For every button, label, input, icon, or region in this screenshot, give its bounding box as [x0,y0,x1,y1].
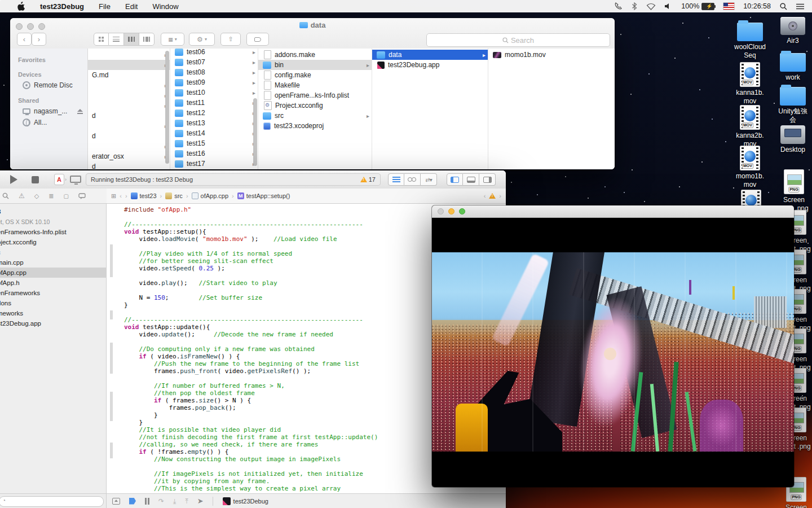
bluetooth-icon[interactable] [632,2,637,10]
zoom-button[interactable] [459,208,465,214]
editor-mode-switcher[interactable]: ⇄▾ [388,173,437,186]
desktop-icon-kanna2b.[interactable]: MOVkanna2b.mov [726,105,774,148]
column-view-button[interactable] [124,33,139,46]
version-editor-button[interactable]: ⇄▾ [421,173,437,186]
finder-item[interactable]: openFrame...ks-Info.plist [258,90,372,100]
finder-column-data[interactable]: momo1b.mov [488,49,615,169]
issue-navigator-icon[interactable]: ⚠ [19,192,25,200]
debug-area-toggle-button[interactable] [463,173,479,186]
finder-item[interactable]: test07▸ [170,57,258,67]
next-issue-icon[interactable]: › [499,192,501,199]
history-back-icon[interactable]: ‹ [120,192,122,199]
navigator-row[interactable]: c [0,247,106,257]
eject-icon[interactable] [77,109,83,114]
video-traffic-lights[interactable] [438,208,465,214]
breakpoint-navigator-icon[interactable]: ▢ [63,193,68,199]
navigator-row[interactable]: ofApp.h [0,278,106,288]
spotlight-icon[interactable] [780,3,787,10]
navigator-row[interactable]: ofApp.cpp [0,268,106,278]
finder-item[interactable]: addons.make [258,50,372,60]
debug-process[interactable]: test23Debug [222,497,268,505]
icon-view-button[interactable] [94,33,109,46]
finder-column-parent[interactable]: ▸▸G.md▸▸▸d▸d▸erator_osx▸d [87,49,170,169]
finder-item[interactable]: test08▸ [170,67,258,77]
finder-item[interactable]: ▸ [87,121,170,131]
sidebar-item-nagasm[interactable]: nagasm_... [23,107,87,115]
scrollbar[interactable] [165,51,169,164]
project-navigator[interactable]: 3et, OS X SDK 10.10enFrameworks-Info.pli… [0,204,107,493]
finder-item[interactable]: test11▸ [170,98,258,108]
navigator-toggle-button[interactable] [447,173,463,186]
tag-button[interactable] [246,33,269,46]
navigator-row[interactable]: st23Debug.app [0,318,106,329]
test-navigator-icon[interactable]: ◇ [34,192,39,200]
finder-item[interactable]: d [87,111,170,121]
coverflow-view-button[interactable] [139,33,155,46]
finder-item[interactable]: ▸ [87,60,170,70]
step-into-icon[interactable]: ⤓ [173,497,176,505]
finder-item[interactable]: momo1b.mov [488,50,615,60]
scheme-app-icon[interactable]: A [54,174,64,185]
finder-item[interactable]: test12▸ [170,108,258,118]
view-switcher[interactable] [94,33,155,46]
finder-item[interactable]: test09▸ [170,77,258,87]
video-window-titlebar[interactable] [432,205,794,218]
run-destination-icon[interactable] [70,176,81,183]
navigator-row[interactable]: dons [0,298,106,308]
breakpoints-toggle-icon[interactable] [129,498,136,505]
assistant-editor-button[interactable] [404,173,421,186]
arrange-menu-button[interactable]: ▦▾ [161,33,184,46]
hide-debug-area-icon[interactable] [112,498,120,505]
finder-item[interactable]: ▸ [87,90,170,100]
location-icon[interactable]: ➤ [197,497,204,505]
breadcrumb-item[interactable]: MtestApp::setup() [237,192,290,199]
utilities-toggle-button[interactable] [479,173,496,186]
finder-item[interactable]: ▸ [87,141,170,151]
navigator-row[interactable]: enFrameworks [0,288,106,298]
navigator-row[interactable]: 3 [0,207,106,217]
action-menu-button[interactable]: ⚙▾ [189,33,215,46]
desktop-icon-Desktop[interactable]: Desktop [769,125,812,154]
code-text[interactable]: #include "ofApp.h" //-------------------… [124,206,378,492]
previous-issue-icon[interactable]: ‹ [484,192,486,199]
finder-item[interactable]: ▸ [87,100,170,111]
view-toggle-switcher[interactable] [447,173,496,186]
finder-item[interactable]: d [87,131,170,141]
report-navigator-icon[interactable] [78,193,86,199]
finder-item[interactable]: test13▸ [170,118,258,128]
debug-navigator-icon[interactable]: ≣ [48,192,54,200]
phone-icon[interactable] [614,2,623,10]
warning-icon[interactable] [489,193,496,199]
finder-item[interactable]: src▸ [258,111,372,121]
finder-item[interactable]: data▸ [372,50,488,60]
desktop-icon-Air3[interactable]: Air3 [769,17,812,45]
finder-column-bin[interactable]: data▸test23Debug.app [372,49,488,169]
run-button[interactable] [10,175,17,184]
finder-item[interactable]: test16▸ [170,148,258,159]
finder-titlebar[interactable]: data ‹ › ▦▾ ⚙▾ ⇧ Search [10,18,615,49]
desktop-icon-Unity勉強[interactable]: Unity勉強会 [769,87,812,124]
menu-bar-clock[interactable]: 10:26:58 [743,2,771,10]
history-forward-icon[interactable]: › [125,192,127,199]
wifi-icon[interactable] [646,3,656,10]
finder-item[interactable]: test10▸ [170,87,258,98]
finder-item[interactable]: erator_osx▸ [87,151,170,161]
step-over-icon[interactable]: ↷ [158,497,164,505]
share-button[interactable]: ⇧ [220,33,241,46]
list-view-button[interactable] [109,33,124,46]
finder-item[interactable]: test14▸ [170,128,258,138]
breadcrumb-item[interactable]: test23 [131,192,157,199]
finder-item[interactable]: test23Debug.app [372,60,488,70]
finder-item[interactable]: test15▸ [170,138,258,148]
finder-item[interactable]: ▸ [87,50,170,60]
navigator-row[interactable]: meworks [0,308,106,318]
minimize-button[interactable] [448,208,454,214]
navigator-row[interactable]: et, OS X SDK 10.10 [0,217,106,227]
breadcrumb-item[interactable]: src [165,192,183,199]
finder-column-tests[interactable]: test06▸test07▸test08▸test09▸test10▸test1… [170,49,258,169]
finder-item[interactable]: test17▸ [170,159,258,169]
input-source-flag-icon[interactable] [723,3,734,10]
sidebar-item-remotedisc[interactable]: Remote Disc [23,81,87,89]
stop-button[interactable] [32,176,39,183]
navigator-row[interactable]: oject.xcconfig [0,237,106,247]
